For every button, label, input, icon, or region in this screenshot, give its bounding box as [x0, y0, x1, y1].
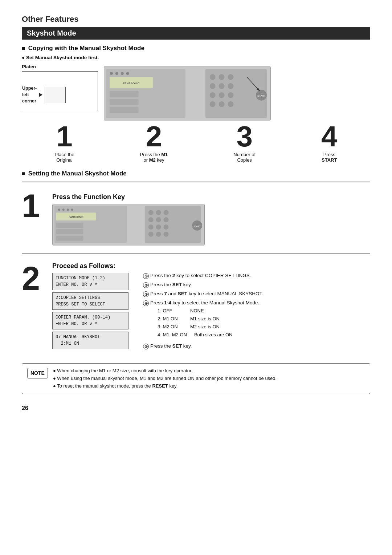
setting-subsection-title: Setting the Manual Skyshot Mode — [22, 170, 370, 177]
svg-text:PANASONIC: PANASONIC — [69, 216, 83, 218]
svg-point-17 — [228, 83, 234, 89]
step-3-desc: Number ofCopies — [233, 152, 256, 163]
mode-row-4: 4: M1, M2 ONBoth sizes are ON — [158, 331, 259, 339]
upper-left-label: Upper-leftcorner — [22, 85, 37, 105]
svg-point-42 — [164, 210, 169, 215]
copying-subsection-title: Copying with the Manual Skyshot Mode — [22, 45, 370, 52]
page-title: Other Features — [22, 15, 370, 24]
note-content: When changing the M1 or M2 size, consult… — [53, 367, 277, 390]
svg-rect-37 — [56, 229, 83, 234]
circle-3: ③ — [143, 291, 149, 297]
divider-2 — [22, 254, 370, 254]
mode-row-2: 2: M1 ONM1 size is ON — [158, 315, 259, 323]
circle-2: ② — [143, 282, 149, 288]
svg-text:PANASONIC: PANASONIC — [123, 82, 140, 85]
svg-rect-8 — [110, 91, 139, 97]
lcd-screen-3: COPIER PARAM. (00-14)ENTER NO. OR v ^ — [52, 312, 128, 329]
svg-point-41 — [156, 210, 161, 215]
step-4: 4 PressSTART — [321, 122, 338, 163]
svg-point-2 — [110, 72, 113, 75]
step-2: 2 Press the M1or M2 key — [140, 122, 168, 163]
svg-rect-9 — [110, 99, 139, 105]
circle-5: ⑤ — [143, 344, 149, 349]
svg-point-19 — [219, 92, 225, 98]
instruction-2: ② Press the SET key. — [143, 282, 370, 288]
svg-point-13 — [219, 74, 225, 80]
svg-point-50 — [156, 232, 161, 237]
note-item-3: To reset the manual skyshot mode, press … — [53, 382, 277, 390]
svg-point-43 — [148, 217, 154, 222]
setting-step-1-number: 1 — [22, 190, 47, 222]
svg-point-20 — [228, 92, 234, 98]
svg-point-32 — [67, 208, 69, 211]
note-item-1: When changing the M1 or M2 size, consult… — [53, 367, 277, 375]
step-4-desc: PressSTART — [322, 152, 337, 163]
platen-label: Platen — [22, 64, 36, 69]
svg-point-16 — [219, 83, 225, 89]
mode-row-3: 3: M2 ONM2 size is ON — [158, 323, 259, 331]
arrow-right-icon — [39, 93, 42, 97]
lcd-screen-2: 2:COPIER SETTINGSPRESS SET TO SELECT — [52, 292, 128, 310]
lcd-screen-1: FUNCTION MODE (1-2)ENTER NO. OR v ^ — [52, 273, 128, 290]
svg-point-4 — [121, 72, 124, 75]
svg-text:START: START — [257, 94, 266, 97]
step-3: 3 Number ofCopies — [233, 122, 256, 163]
svg-rect-10 — [110, 107, 139, 113]
svg-point-5 — [126, 72, 129, 75]
step-2-number: 2 — [146, 122, 162, 151]
divider-1 — [22, 182, 370, 182]
note-item-2: When using the manual skyshot mode, M1 a… — [53, 375, 277, 382]
setting-step-2-number: 2 — [22, 262, 47, 295]
step-4-number: 4 — [321, 122, 338, 151]
panel-small-svg: PANASONIC — [53, 204, 204, 246]
svg-point-49 — [148, 232, 154, 237]
set-manual-bullet: Set Manual Skyshot mode first. — [22, 55, 370, 60]
lcd-screens-col: FUNCTION MODE (1-2)ENTER NO. OR v ^ 2:CO… — [52, 273, 128, 351]
step-1: 1 Place theOriginal — [55, 122, 74, 163]
svg-point-33 — [71, 208, 73, 211]
mode-table: 1: OFFNONE 2: M1 ONM1 size is ON 3: M2 O… — [158, 307, 259, 339]
svg-point-44 — [156, 217, 161, 222]
svg-rect-38 — [56, 236, 83, 241]
svg-point-51 — [164, 232, 169, 237]
step-2-desc: Press the M1or M2 key — [140, 152, 168, 163]
svg-rect-36 — [56, 223, 83, 228]
proceed-label: Proceed as Follows: — [52, 262, 370, 270]
svg-point-12 — [210, 74, 216, 80]
svg-point-30 — [58, 208, 60, 211]
step-1-desc: Place theOriginal — [55, 152, 74, 163]
step-3-number: 3 — [236, 122, 253, 151]
svg-point-14 — [228, 74, 234, 80]
svg-point-3 — [115, 72, 118, 75]
svg-text:START: START — [194, 225, 201, 227]
note-box: NOTE When changing the M1 or M2 size, co… — [22, 363, 370, 394]
mode-row-1: 1: OFFNONE — [158, 307, 259, 315]
circle-1: ① — [143, 273, 149, 279]
svg-point-21 — [210, 101, 216, 107]
instructions-col: ① Press the 2 key to select COPIER SETTI… — [143, 273, 370, 352]
platen-rect — [44, 87, 66, 103]
instruction-5: ⑤ Press the SET key. — [143, 343, 370, 349]
step-1-number: 1 — [56, 122, 73, 151]
lcd-screen-4: 07 MANUAL SKYSHOT 2:M1 ON — [52, 332, 128, 349]
svg-point-23 — [228, 101, 234, 107]
svg-point-48 — [164, 224, 169, 230]
svg-point-46 — [148, 224, 154, 230]
svg-point-45 — [164, 217, 169, 222]
instruction-1: ① Press the 2 key to select COPIER SETTI… — [143, 273, 370, 279]
page-number: 26 — [22, 405, 370, 412]
copier-panel-image: PANASONIC — [104, 66, 271, 121]
instruction-3: ③ Press 7 and SET key to select MANUAL S… — [143, 291, 370, 297]
svg-point-18 — [210, 92, 216, 98]
press-function-key-label: Press the Function Key — [52, 193, 370, 201]
svg-point-40 — [148, 210, 154, 215]
panel-svg: PANASONIC — [104, 66, 270, 121]
instruction-4: ④ Press 1-4 key to select the Manual Sky… — [143, 300, 370, 340]
section-banner: Skyshot Mode — [22, 27, 370, 40]
svg-point-47 — [156, 224, 161, 230]
svg-point-15 — [210, 83, 216, 89]
svg-point-22 — [219, 101, 225, 107]
note-label: NOTE — [27, 368, 48, 378]
circle-4: ④ — [143, 300, 149, 306]
copier-panel-small: PANASONIC — [52, 204, 205, 246]
